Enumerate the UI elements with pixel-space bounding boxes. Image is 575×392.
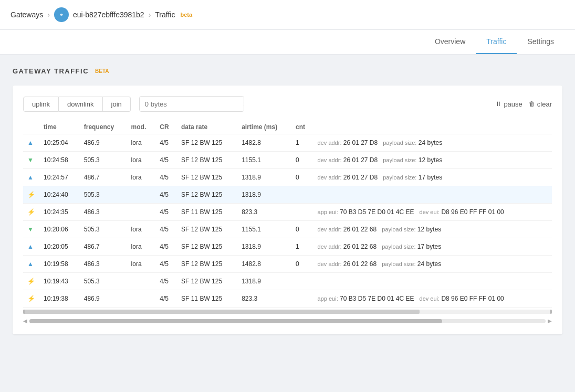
- breadcrumb-beta-badge: beta: [180, 12, 192, 18]
- detail-label2: payload size:: [382, 226, 415, 232]
- cell-cr: 4/5: [155, 204, 177, 221]
- cell-cnt: 0: [291, 152, 313, 169]
- cell-data-rate: SF 12 BW 125: [177, 152, 237, 169]
- detail-val1: 26 01 27 D8: [343, 174, 378, 181]
- table-row[interactable]: ▲ 10:20:05 486.7 lora 4/5 SF 12 BW 125 1…: [23, 238, 552, 256]
- detail-val2: 12 bytes: [419, 156, 442, 164]
- col-details: [313, 120, 552, 134]
- gateways-link[interactable]: Gateways: [11, 10, 43, 19]
- detail-label1: dev addr:: [318, 243, 342, 250]
- table-wrapper: time frequency mod. CR data rate airtime…: [23, 120, 552, 324]
- cell-airtime: 1155.1: [237, 221, 291, 238]
- cell-frequency: 486.7: [80, 169, 127, 186]
- detail-val1: 26 01 22 68: [343, 226, 377, 233]
- section-beta-badge: beta: [95, 68, 109, 74]
- tab-overview[interactable]: Overview: [424, 30, 476, 54]
- tab-settings[interactable]: Settings: [517, 30, 564, 54]
- toolbar: uplink downlink join ✕ ⏸ pause 🗑 clear: [23, 96, 552, 112]
- cell-mod: [127, 290, 156, 308]
- detail-val2: D8 96 E0 FF FF 01 00: [441, 295, 504, 302]
- search-clear-button[interactable]: ✕: [238, 97, 244, 111]
- cell-airtime: 1318.9: [237, 273, 291, 290]
- pause-button[interactable]: ⏸ pause: [495, 100, 522, 108]
- cell-cr: 4/5: [155, 221, 177, 238]
- detail-label2: payload size:: [382, 261, 415, 267]
- traffic-card: uplink downlink join ✕ ⏸ pause 🗑 clear: [13, 86, 562, 334]
- cell-time: 10:20:05: [39, 238, 80, 256]
- cell-cnt: [291, 186, 313, 204]
- cell-direction: ▼: [23, 221, 39, 238]
- cell-time: 10:25:04: [39, 134, 80, 152]
- detail-val1: 26 01 27 D8: [343, 156, 378, 164]
- detail-label1: dev addr:: [318, 157, 342, 163]
- cell-direction: ⚡: [23, 273, 39, 290]
- search-box: ✕: [139, 96, 244, 112]
- cell-data-rate: SF 12 BW 125: [177, 238, 237, 256]
- cell-details: [313, 186, 552, 204]
- filter-uplink[interactable]: uplink: [23, 97, 59, 112]
- col-cnt: cnt: [291, 120, 313, 134]
- cell-mod: lora: [127, 134, 156, 152]
- breadcrumb-arrow-1: ›: [47, 10, 50, 19]
- search-input[interactable]: [140, 97, 238, 111]
- table-row[interactable]: ⚡ 10:19:38 486.9 4/5 SF 11 BW 125 823.3 …: [23, 290, 552, 308]
- detail-label1: dev addr:: [318, 261, 342, 267]
- detail-val2: D8 96 E0 FF FF 01 00: [441, 208, 504, 216]
- cell-airtime: 823.3: [237, 204, 291, 221]
- cell-data-rate: SF 12 BW 125: [177, 256, 237, 273]
- cell-time: 10:24:40: [39, 186, 80, 204]
- detail-val2: 24 bytes: [417, 260, 441, 268]
- cell-data-rate: SF 11 BW 125: [177, 290, 237, 308]
- cell-cnt: 1: [291, 134, 313, 152]
- pause-label: pause: [504, 100, 522, 108]
- table-row[interactable]: ⚡ 10:19:43 505.3 4/5 SF 12 BW 125 1318.9: [23, 273, 552, 290]
- join-icon: ⚡: [27, 191, 35, 198]
- tab-traffic[interactable]: Traffic: [476, 30, 517, 54]
- join2-icon: ⚡: [27, 295, 35, 302]
- trash-icon: 🗑: [529, 100, 535, 108]
- cell-details: dev addr: 26 01 27 D8 payload size: 24 b…: [313, 134, 552, 152]
- detail-label2: dev eui:: [420, 209, 440, 215]
- cell-frequency: 486.9: [80, 290, 127, 308]
- table-row[interactable]: ⚡ 10:24:35 486.3 4/5 SF 11 BW 125 823.3 …: [23, 204, 552, 221]
- clear-button[interactable]: 🗑 clear: [529, 100, 552, 108]
- cell-time: 10:24:35: [39, 204, 80, 221]
- table-row[interactable]: ▲ 10:24:57 486.7 lora 4/5 SF 12 BW 125 1…: [23, 169, 552, 186]
- cell-details: dev addr: 26 01 22 68 payload size: 12 b…: [313, 221, 552, 238]
- col-cr: CR: [155, 120, 177, 134]
- cell-details: app eui: 70 B3 D5 7E D0 01 4C EE dev eui…: [313, 204, 552, 221]
- cell-cnt: 0: [291, 256, 313, 273]
- filter-join[interactable]: join: [103, 97, 131, 112]
- col-time: time: [39, 120, 80, 134]
- table-row[interactable]: ⚡ 10:24:40 505.3 4/5 SF 12 BW 125 1318.9: [23, 186, 552, 204]
- detail-val2: 17 bytes: [417, 243, 441, 250]
- detail-label1: app eui:: [318, 295, 338, 302]
- detail-val2: 17 bytes: [419, 174, 442, 181]
- detail-label1: app eui:: [318, 209, 338, 215]
- cell-details: dev addr: 26 01 27 D8 payload size: 12 b…: [313, 152, 552, 169]
- cell-cr: 4/5: [155, 273, 177, 290]
- device-id-link[interactable]: eui-b827ebfffe3981b2: [73, 10, 144, 19]
- detail-val1: 70 B3 D5 7E D0 01 4C EE: [340, 295, 414, 302]
- cell-airtime: 1318.9: [237, 169, 291, 186]
- cell-mod: lora: [127, 221, 156, 238]
- table-row[interactable]: ▼ 10:20:06 505.3 lora 4/5 SF 12 BW 125 1…: [23, 221, 552, 238]
- table-row[interactable]: ▲ 10:19:58 486.3 lora 4/5 SF 12 BW 125 1…: [23, 256, 552, 273]
- table-row[interactable]: ▼ 10:24:58 505.3 lora 4/5 SF 12 BW 125 1…: [23, 152, 552, 169]
- cell-direction: ▲: [23, 256, 39, 273]
- cell-data-rate: SF 12 BW 125: [177, 186, 237, 204]
- cell-mod: [127, 204, 156, 221]
- cell-details: dev addr: 26 01 22 68 payload size: 24 b…: [313, 256, 552, 273]
- detail-val1: 26 01 27 D8: [343, 139, 378, 146]
- cell-cr: 4/5: [155, 186, 177, 204]
- cell-time: 10:19:38: [39, 290, 80, 308]
- cell-time: 10:24:57: [39, 169, 80, 186]
- cell-details: dev addr: 26 01 27 D8 payload size: 17 b…: [313, 169, 552, 186]
- table-row[interactable]: ▲ 10:25:04 486.9 lora 4/5 SF 12 BW 125 1…: [23, 134, 552, 152]
- cell-airtime: 1318.9: [237, 238, 291, 256]
- cell-frequency: 505.3: [80, 186, 127, 204]
- filter-downlink[interactable]: downlink: [59, 97, 103, 112]
- join2-icon: ⚡: [27, 208, 35, 216]
- filter-tabs: uplink downlink join: [23, 97, 131, 112]
- cell-mod: [127, 273, 156, 290]
